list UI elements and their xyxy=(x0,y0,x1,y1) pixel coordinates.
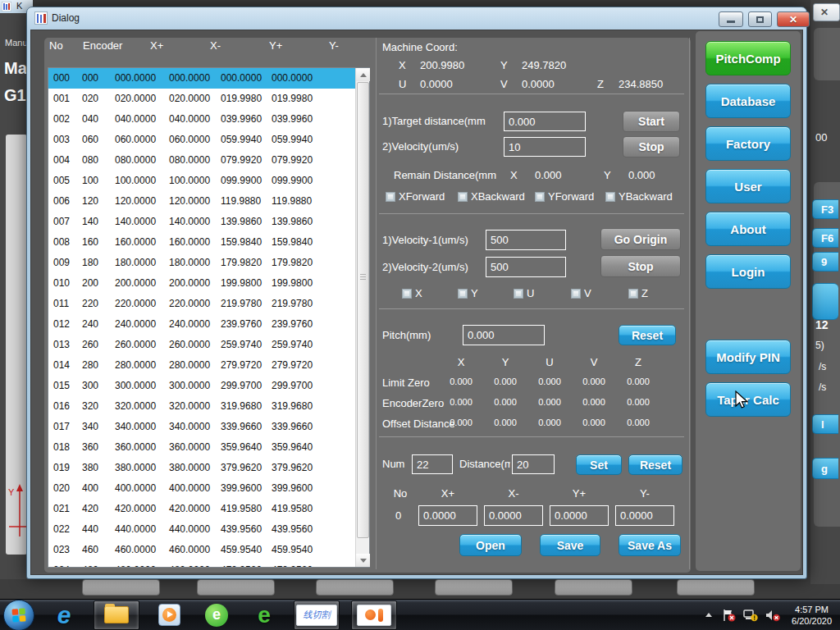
table-row[interactable]: 009180180.0000180.0000179.9820179.9820 xyxy=(48,253,355,273)
table-row[interactable]: 022440440.0000440.0000439.9560439.9560 xyxy=(48,519,355,540)
table-row[interactable]: 001020020.0000020.0000019.9980019.9980 xyxy=(48,89,355,109)
open-button[interactable]: Open xyxy=(459,534,522,556)
background-partial-button[interactable]: g xyxy=(812,458,838,479)
stop-button[interactable]: Stop xyxy=(623,136,680,158)
table-row[interactable]: 012240240.0000240.0000239.9760239.9760 xyxy=(48,314,355,335)
start-button[interactable]: Start xyxy=(623,111,680,132)
sidebar-button-login[interactable]: Login xyxy=(705,254,791,289)
compensation-table[interactable]: 000000000.0000000.0000000.0000000.000000… xyxy=(48,67,370,568)
coord-z-label: Z xyxy=(597,78,604,90)
pitch-input[interactable] xyxy=(463,325,545,345)
background-bottom-button[interactable] xyxy=(555,579,632,596)
explorer-icon[interactable] xyxy=(94,600,139,630)
table-row[interactable]: 018360360.0000360.0000359.9640359.9640 xyxy=(48,437,355,458)
background-bottom-button[interactable] xyxy=(677,579,755,596)
table-row[interactable]: 016320320.0000320.0000319.9680319.9680 xyxy=(48,396,355,417)
background-partial-button[interactable]: l xyxy=(812,414,838,434)
edit-value-input[interactable] xyxy=(550,505,609,526)
sidebar-button-about[interactable]: About xyxy=(705,212,791,246)
background-close-button[interactable]: ✕ xyxy=(813,3,840,21)
sidebar-button-factory[interactable]: Factory xyxy=(705,126,791,161)
table-row[interactable]: 023460460.0000460.0000459.9540459.9540 xyxy=(48,540,355,560)
background-bottom-button[interactable] xyxy=(316,579,394,596)
volume-muted-icon[interactable] xyxy=(765,609,781,622)
set-button[interactable]: Set xyxy=(576,454,622,475)
table-row[interactable]: 020400400.0000400.0000399.9600399.9600 xyxy=(48,478,355,499)
table-row[interactable]: 000000000.0000000.0000000.0000000.0000 xyxy=(48,68,355,89)
scroll-up-button[interactable] xyxy=(356,68,370,81)
sidebar-button-user[interactable]: User xyxy=(705,169,791,203)
direction-checkbox-xforward[interactable] xyxy=(386,192,395,202)
background-bottom-button[interactable] xyxy=(82,579,160,596)
table-row[interactable]: 008160160.0000160.0000159.9840159.9840 xyxy=(48,232,355,253)
sidebar-button-database[interactable]: Database xyxy=(705,84,791,118)
target-distance-input[interactable] xyxy=(504,112,586,131)
num-reset-button[interactable]: Reset xyxy=(628,454,682,475)
save-as-button[interactable]: Save As xyxy=(619,534,681,556)
table-row[interactable]: 004080080.0000080.0000079.9920079.9920 xyxy=(48,150,355,171)
table-cell: 220.0000 xyxy=(115,294,169,314)
axis-checkbox-y[interactable] xyxy=(458,289,468,299)
background-partial-button[interactable] xyxy=(812,283,838,320)
edit-value-input[interactable] xyxy=(418,505,477,526)
table-row[interactable]: 005100100.0000100.0000099.9900099.9900 xyxy=(48,171,355,191)
table-row[interactable]: 013260260.0000260.0000259.9740259.9740 xyxy=(48,335,355,355)
table-row[interactable]: 011220220.0000220.0000219.9780219.9780 xyxy=(48,294,355,314)
sidebar-button-pitchcomp[interactable]: PitchComp xyxy=(705,41,791,75)
origin-stop-button[interactable]: Stop xyxy=(600,255,681,277)
table-scrollbar[interactable] xyxy=(355,68,369,567)
taskbar-clock[interactable]: 4:57 PM 6/20/2020 xyxy=(792,604,832,627)
go-origin-button[interactable]: Go Origin xyxy=(600,228,681,250)
coord-u-label: U xyxy=(399,78,406,90)
background-partial-button[interactable]: F3 xyxy=(812,199,838,219)
pitch-reset-button[interactable]: Reset xyxy=(619,325,676,345)
save-button[interactable]: Save xyxy=(540,534,600,556)
table-row[interactable]: 019380380.0000380.0000379.9620379.9620 xyxy=(48,458,355,478)
velocity1-input[interactable] xyxy=(486,230,566,250)
ie-browser-icon[interactable]: e xyxy=(46,600,82,630)
action-center-icon[interactable] xyxy=(721,609,736,622)
table-row[interactable]: 007140140.0000140.0000139.9860139.9860 xyxy=(48,212,355,232)
table-row[interactable]: 006120120.0000120.0000119.9880119.9880 xyxy=(48,191,355,212)
edit-value-input[interactable] xyxy=(484,505,543,526)
velocity2-input[interactable] xyxy=(486,257,566,277)
show-hidden-icons-button[interactable] xyxy=(704,611,714,619)
axis-checkbox-u[interactable] xyxy=(514,289,523,299)
table-row[interactable]: 002040040.0000040.0000039.9960039.9960 xyxy=(48,109,355,130)
browser-green-e-icon[interactable]: e xyxy=(246,600,282,630)
capture-app-icon[interactable] xyxy=(351,600,397,630)
minimize-button[interactable] xyxy=(719,11,743,27)
edit-value-input[interactable] xyxy=(615,505,674,526)
axis-checkbox-v[interactable] xyxy=(571,289,581,299)
direction-checkbox-xbackward[interactable] xyxy=(458,192,468,202)
direction-checkbox-ybackward[interactable] xyxy=(605,192,615,202)
background-partial-button[interactable]: 9 xyxy=(812,252,838,272)
table-row[interactable]: 014280280.0000280.0000279.9720279.9720 xyxy=(48,355,355,376)
media-player-icon[interactable] xyxy=(151,600,187,630)
table-row[interactable]: 015300300.0000300.0000299.9700299.9700 xyxy=(48,376,355,396)
table-row[interactable]: 017340340.0000340.0000339.9660339.9660 xyxy=(48,417,355,437)
scrollbar-thumb[interactable] xyxy=(357,82,369,538)
axis-checkbox-z[interactable] xyxy=(628,289,638,299)
table-row[interactable]: 021420420.0000420.0000419.9580419.9580 xyxy=(48,499,355,519)
velocity-input[interactable] xyxy=(504,137,586,157)
distance-input[interactable] xyxy=(512,454,555,474)
browser-green-circle-icon[interactable]: e xyxy=(199,600,235,630)
direction-checkbox-yforward[interactable] xyxy=(535,192,545,202)
table-row[interactable]: 003060060.0000060.0000059.9940059.9940 xyxy=(48,130,355,150)
background-bottom-button[interactable] xyxy=(435,579,513,596)
background-partial-button[interactable]: F6 xyxy=(812,228,838,248)
background-bottom-button[interactable] xyxy=(197,579,275,596)
dialog-titlebar[interactable]: Dialog ✕ xyxy=(27,7,806,30)
num-input[interactable] xyxy=(412,454,453,474)
table-row[interactable]: 010200200.0000200.0000199.9800199.9800 xyxy=(48,273,355,294)
axis-checkbox-x[interactable] xyxy=(402,289,412,299)
scroll-down-button[interactable] xyxy=(356,554,370,567)
sidebar-button-modify-pin[interactable]: Modify PIN xyxy=(705,340,791,374)
start-button[interactable] xyxy=(3,600,34,630)
wirecut-app-icon[interactable]: 线切割 xyxy=(294,600,340,630)
table-row[interactable]: 024480480.0000480.0000479.9520479.9520 xyxy=(48,560,355,567)
close-button[interactable]: ✕ xyxy=(777,11,810,27)
network-status-icon[interactable] xyxy=(743,609,758,622)
maximize-button[interactable] xyxy=(748,11,772,27)
